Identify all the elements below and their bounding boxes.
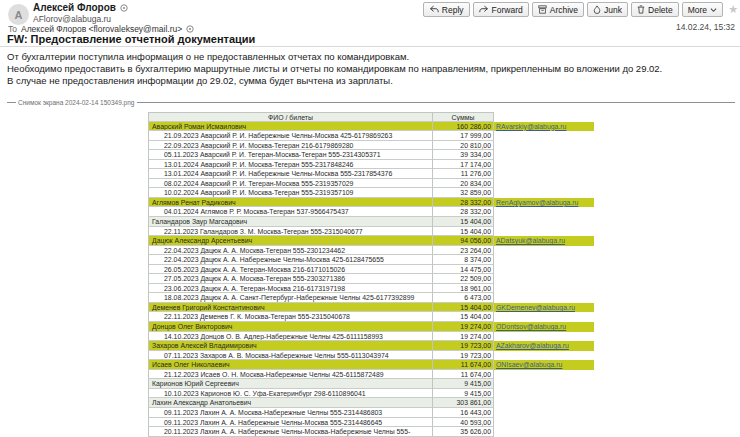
- person-total-cell: 19 274,00: [433, 322, 494, 332]
- ticket-email-cell: [494, 351, 594, 361]
- ticket-sum-cell: 20 810,00: [433, 141, 494, 151]
- person-total-row: Лахин Александр Анатольевич303 861,00: [148, 398, 594, 408]
- ticket-row: 04.01.2024 Аглямов Р. Р. Москва-Тегеран …: [148, 207, 594, 217]
- ticket-cell: 14.10.2023 Донцов О. В. Адлер-Набережные…: [148, 332, 433, 342]
- ticket-row: 22.09.2023 Аварский Р. И. Москва-Тегеран…: [148, 141, 594, 151]
- person-email-cell: [494, 217, 594, 227]
- email-link[interactable]: GKDemenev@alabuga.ru: [496, 304, 575, 311]
- ticket-sum-cell: 16 443,00: [433, 408, 494, 418]
- person-total-cell: 19 723,00: [433, 341, 494, 351]
- ticket-row: 21.12.2023 Исаев О. Н. Москва-Набережные…: [148, 370, 594, 380]
- ticket-row: 05.11.2023 Аварский Р. И. Тегеран-Москва…: [148, 150, 594, 160]
- person-email-cell: RAvarskiy@alabuga.ru: [494, 122, 594, 132]
- ticket-email-cell: [494, 284, 594, 294]
- ticket-row: 23.06.2023 Дацюк А. А. Тегеран-Москва 21…: [148, 284, 594, 294]
- column-header-email: [494, 112, 594, 122]
- separator-line: [137, 102, 735, 103]
- ticket-sum-cell: 20 834,00: [433, 179, 494, 189]
- junk-button[interactable]: Junk: [587, 2, 628, 17]
- ticket-sum-cell: 19 723,00: [433, 351, 494, 361]
- person-name-cell: Аварский Роман Исмаилович: [148, 122, 433, 132]
- archive-label: Archive: [550, 5, 578, 15]
- ticket-email-cell: [494, 370, 594, 380]
- reply-label: Reply: [442, 5, 464, 15]
- person-email-cell: [494, 398, 594, 408]
- sender-email[interactable]: AFlorov@alabuga.ru: [33, 14, 111, 24]
- ticket-cell: 27.05.2023 Дацюк А. А. Москва-Тегеран 55…: [148, 274, 433, 284]
- attachment-table-body: Аварский Роман Исмаилович160 286,00RAvar…: [148, 122, 594, 437]
- reply-button[interactable]: Reply: [423, 2, 470, 17]
- ticket-email-cell: [494, 389, 594, 399]
- ticket-cell: 21.12.2023 Исаев О. Н. Москва-Набережные…: [148, 370, 433, 380]
- ticket-email-cell: [494, 227, 594, 237]
- ticket-email-cell: [494, 418, 594, 428]
- column-header-sums: Суммы: [433, 112, 494, 122]
- person-total-row: Деменев Григорий Константинович15 404,00…: [148, 303, 594, 313]
- ticket-row: 10.10.2023 Карионов Ю. С. Уфа-Екатеринбу…: [148, 389, 594, 399]
- person-total-cell: 160 286,00: [433, 122, 494, 132]
- forward-icon: [479, 5, 489, 14]
- ticket-row: 20.11.2023 Лахин А. А. Набережные Челны-…: [148, 427, 594, 437]
- more-label: More: [688, 5, 707, 15]
- email-link[interactable]: RAvarskiy@alabuga.ru: [496, 123, 566, 130]
- email-link[interactable]: ONIsaev@alabuga.ru: [496, 361, 562, 368]
- ticket-sum-cell: 35 626,00: [433, 427, 494, 437]
- ticket-sum-cell: 23 264,00: [433, 246, 494, 256]
- person-total-cell: 15 404,00: [433, 303, 494, 313]
- sender-details-icon[interactable]: [120, 3, 128, 14]
- forward-button[interactable]: Forward: [473, 2, 529, 17]
- more-button[interactable]: More: [682, 2, 723, 17]
- ticket-cell: 13.01.2024 Аварский Р. И. Москва-Тегеран…: [148, 160, 433, 170]
- ticket-row: 09.11.2023 Лахин А. А. Набережные Челны-…: [148, 418, 594, 428]
- person-name-cell: Карионов Юрий Сергеевич: [148, 379, 433, 389]
- star-icon[interactable]: ★: [728, 3, 738, 15]
- person-total-row: Аглямов Ренат Радикович28 332,00RenAglya…: [148, 198, 594, 208]
- message-subject: FW: Предоставление отчетной документации: [7, 33, 255, 45]
- ticket-email-cell: [494, 274, 594, 284]
- ticket-row: 18.08.2023 Дацюк А. А. Санкт-Петербург-Н…: [148, 293, 594, 303]
- person-total-row: Аварский Роман Исмаилович160 286,00RAvar…: [148, 122, 594, 132]
- ticket-sum-cell: 9 415,00: [433, 389, 494, 399]
- ticket-email-cell: [494, 255, 594, 265]
- ticket-row: 13.01.2024 Аварский Р. И. Москва-Тегеран…: [148, 160, 594, 170]
- person-email-cell: GKDemenev@alabuga.ru: [494, 303, 594, 313]
- person-total-cell: 303 861,00: [433, 398, 494, 408]
- ticket-row: 22.11.2023 Галандаров З. М. Москва-Тегер…: [148, 227, 594, 237]
- ticket-row: 26.05.2023 Дацюк А. А. Тегеран-Москва 21…: [148, 265, 594, 275]
- person-total-row: Исаев Олег Николаевич11 674,00ONIsaev@al…: [148, 360, 594, 370]
- ticket-email-cell: [494, 207, 594, 217]
- ticket-cell: 05.11.2023 Аварский Р. И. Тегеран-Москва…: [148, 150, 433, 160]
- ticket-row: 21.09.2023 Аварский Р. И. Набережные Чел…: [148, 131, 594, 141]
- ticket-row: 22.04.2023 Дацюк А. А. Набережные Челны-…: [148, 255, 594, 265]
- delete-button[interactable]: Delete: [631, 2, 679, 17]
- email-link[interactable]: ODontsov@alabuga.ru: [496, 323, 566, 330]
- sender-name: Алексей Флоров: [33, 2, 128, 14]
- ticket-row: 22.04.2023 Дацюк А. А. Москва-Тегеран 55…: [148, 246, 594, 256]
- person-total-cell: 15 404,00: [433, 217, 494, 227]
- person-email-cell: RenAglyamov@alabuga.ru: [494, 198, 594, 208]
- sender-avatar: A: [8, 4, 29, 25]
- attachment-filename[interactable]: Снимок экрана 2024-02-14 150349.png: [16, 99, 137, 106]
- message-toolbar: Reply Forward Archive Junk Delete More: [423, 2, 723, 17]
- ticket-row: 07.11.2023 Захаров А. В. Москва-Набережн…: [148, 351, 594, 361]
- junk-flame-icon: [593, 5, 601, 14]
- ticket-row: 08.02.2024 Аварский Р. И. Тегеран-Москва…: [148, 179, 594, 189]
- body-paragraph: В случае не предоставления информации до…: [7, 75, 733, 87]
- body-paragraph: От бухгалтерии поступила информация о не…: [7, 51, 733, 63]
- ticket-cell: 08.02.2024 Аварский Р. И. Тегеран-Москва…: [148, 179, 433, 189]
- person-total-row: Донцов Олег Викторович19 274,00ODontsov@…: [148, 322, 594, 332]
- ticket-sum-cell: 18 961,00: [433, 284, 494, 294]
- ticket-cell: 18.08.2023 Дацюк А. А. Санкт-Петербург-Н…: [148, 293, 433, 303]
- person-total-cell: 28 332,00: [433, 198, 494, 208]
- ticket-cell: 21.09.2023 Аварский Р. И. Набережные Чел…: [148, 131, 433, 141]
- person-name-cell: Дацюк Александр Арсентьевич: [148, 236, 433, 246]
- ticket-row: 13.01.2024 Аварский Р. И. Набережные Чел…: [148, 169, 594, 179]
- ticket-sum-cell: 40 593,00: [433, 418, 494, 428]
- archive-button[interactable]: Archive: [532, 2, 584, 17]
- email-link[interactable]: ADatsyuk@alabuga.ru: [496, 237, 565, 244]
- ticket-cell: 20.11.2023 Лахин А. А. Набережные Челны-…: [148, 427, 433, 437]
- email-link[interactable]: RenAglyamov@alabuga.ru: [496, 199, 578, 206]
- email-link[interactable]: AZakharov@alabuga.ru: [496, 342, 569, 349]
- ticket-sum-cell: 19 274,00: [433, 332, 494, 342]
- body-paragraph: Необходимо предоставить в бухгалтерию ма…: [7, 63, 733, 75]
